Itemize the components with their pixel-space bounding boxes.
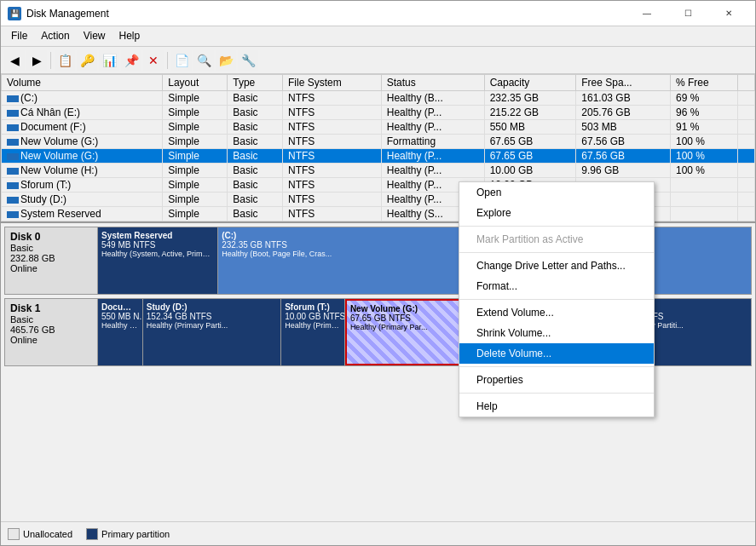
disk1-part-newvol-g[interactable]: New Volume (G:) 67.65 GB NTFS Healthy (P…	[345, 299, 467, 365]
disk1-label: Disk 1 Basic 465.76 GB Online	[4, 298, 98, 366]
maximize-button[interactable]: ☐	[668, 5, 707, 22]
cell-type: Basic	[228, 178, 283, 193]
disk0-status: Online	[10, 263, 92, 273]
legend-primary-label: Primary partition	[101, 529, 170, 539]
cell-fs: NTFS	[282, 91, 381, 106]
disk1-part-sforum[interactable]: Sforum (T:) 10.00 GB NTFS Healthy (Prima…	[281, 299, 345, 365]
context-menu-separator	[459, 299, 654, 300]
menu-action[interactable]: Action	[34, 28, 76, 44]
cell-type: Basic	[228, 193, 283, 207]
cell-type: Basic	[228, 135, 283, 149]
cell-free: 67.56 GB	[576, 149, 671, 164]
col-pct: % Free	[670, 75, 737, 91]
cell-pct	[670, 193, 737, 207]
cell-volume: New Volume (G:)	[2, 149, 163, 164]
toolbar-chart[interactable]: 📊	[99, 50, 119, 71]
table-row[interactable]: New Volume (G:) Simple Basic NTFS Health…	[2, 149, 755, 164]
col-extra	[738, 75, 755, 91]
cell-volume: Sforum (T:)	[2, 178, 163, 193]
title-controls: — ☐ ✕	[627, 5, 748, 22]
cell-layout: Simple	[163, 135, 228, 149]
disk0-size: 232.88 GB	[10, 253, 92, 263]
toolbar-sep-1	[50, 52, 51, 69]
cell-fs: NTFS	[282, 193, 381, 207]
legend-unalloc-box	[8, 528, 20, 540]
main-window: 💾 Disk Management — ☐ ✕ File Action View…	[0, 0, 756, 546]
cell-fs: NTFS	[282, 207, 381, 221]
menu-help[interactable]: Help	[113, 28, 147, 44]
context-menu-item-delete[interactable]: Delete Volume...	[459, 343, 654, 364]
cell-capacity: 215.22 GB	[484, 106, 576, 120]
cell-extra	[738, 207, 755, 221]
legend-primary-box	[86, 528, 98, 540]
cell-fs: NTFS	[282, 120, 381, 135]
context-menu-separator	[459, 393, 654, 394]
context-menu-item-explore[interactable]: Explore	[459, 203, 654, 223]
disk1-status: Online	[10, 335, 92, 345]
menu-file[interactable]: File	[4, 28, 34, 44]
cell-status: Healthy (P...	[381, 149, 484, 164]
cell-free: 161.03 GB	[576, 91, 671, 106]
table-row[interactable]: (C:) Simple Basic NTFS Healthy (B... 232…	[2, 91, 755, 106]
table-row[interactable]: New Volume (H:) Simple Basic NTFS Health…	[2, 164, 755, 178]
window-title: Disk Management	[26, 8, 109, 20]
cell-layout: Simple	[163, 91, 228, 106]
title-bar: 💾 Disk Management — ☐ ✕	[1, 1, 755, 26]
disk1-part-document[interactable]: Document 550 MB N... Healthy (P...	[98, 299, 143, 365]
toolbar-doc[interactable]: 📄	[171, 50, 192, 71]
cell-pct: 100 %	[670, 135, 737, 149]
cell-volume: Cá Nhân (E:)	[2, 106, 163, 120]
cell-pct: 100 %	[670, 149, 737, 164]
context-menu-item-properties[interactable]: Properties	[459, 370, 654, 390]
table-row[interactable]: New Volume (G:) Simple Basic NTFS Format…	[2, 135, 755, 149]
cell-volume: New Volume (G:)	[2, 135, 163, 149]
disk1-part-study[interactable]: Study (D:) 152.34 GB NTFS Healthy (Prima…	[143, 299, 281, 365]
minimize-button[interactable]: —	[627, 5, 667, 22]
cell-type: Basic	[228, 149, 283, 164]
close-button[interactable]: ✕	[709, 5, 748, 22]
cell-capacity: 67.65 GB	[484, 135, 576, 149]
legend-unalloc-label: Unallocated	[23, 529, 72, 539]
toolbar-back[interactable]: ◀	[4, 50, 25, 71]
context-menu-item-help[interactable]: Help	[459, 396, 654, 417]
cell-extra	[738, 149, 755, 164]
cell-free: 67.56 GB	[576, 135, 671, 149]
disk0-part-sysreserved[interactable]: System Reserved 549 MB NTFS Healthy (Sys…	[98, 227, 218, 294]
cell-status: Healthy (P...	[381, 106, 484, 120]
toolbar-delete[interactable]: ✕	[143, 50, 164, 71]
col-status: Status	[381, 75, 484, 91]
toolbar-pin[interactable]: 📌	[121, 50, 141, 71]
context-menu-item-mark-active: Mark Partition as Active	[459, 229, 654, 250]
cell-capacity: 10.00 GB	[484, 164, 576, 178]
cell-pct	[670, 207, 737, 221]
toolbar-search[interactable]: 🔍	[193, 50, 214, 71]
disk1-size: 465.76 GB	[10, 325, 92, 335]
cell-layout: Simple	[163, 106, 228, 120]
cell-type: Basic	[228, 207, 283, 221]
context-menu-item-extend[interactable]: Extend Volume...	[459, 302, 654, 323]
toolbar-forward[interactable]: ▶	[26, 50, 47, 71]
context-menu-item-change-letter[interactable]: Change Drive Letter and Paths...	[459, 256, 654, 276]
cell-extra	[738, 120, 755, 135]
legend-unallocated: Unallocated	[8, 528, 72, 540]
cell-volume: Document (F:)	[2, 120, 163, 135]
menu-view[interactable]: View	[77, 28, 113, 44]
context-menu-item-open[interactable]: Open	[459, 182, 654, 203]
cell-layout: Simple	[163, 193, 228, 207]
context-menu-item-shrink[interactable]: Shrink Volume...	[459, 323, 654, 343]
toolbar-sep-2	[167, 52, 168, 69]
table-row[interactable]: Document (F:) Simple Basic NTFS Healthy …	[2, 120, 755, 135]
col-fs: File System	[282, 75, 381, 91]
toolbar-key[interactable]: 🔑	[77, 50, 97, 71]
menu-bar: File Action View Help	[1, 26, 755, 47]
table-row[interactable]: Cá Nhân (E:) Simple Basic NTFS Healthy (…	[2, 106, 755, 120]
cell-status: Healthy (P...	[381, 120, 484, 135]
legend: Unallocated Primary partition	[1, 521, 755, 545]
context-menu-item-format[interactable]: Format...	[459, 276, 654, 296]
cell-fs: NTFS	[282, 178, 381, 193]
cell-capacity: 550 MB	[484, 120, 576, 135]
toolbar-copy[interactable]: 📋	[55, 50, 75, 71]
toolbar-settings[interactable]: 🔧	[238, 50, 258, 71]
cell-fs: NTFS	[282, 106, 381, 120]
toolbar-folder[interactable]: 📂	[216, 50, 236, 71]
